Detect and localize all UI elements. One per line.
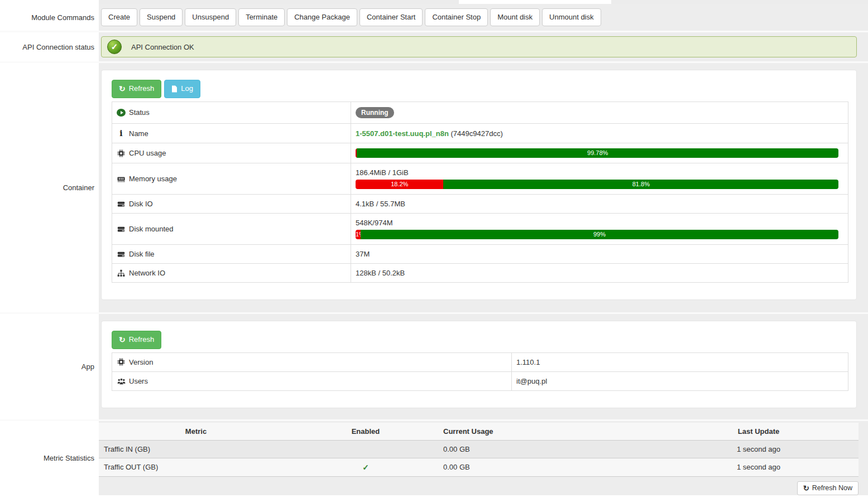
table-row: Disk file 37M xyxy=(112,245,848,264)
api-status-label: API Connection status xyxy=(0,32,99,61)
container-id: (7449c9427dcc) xyxy=(449,129,503,138)
container-name: 1-5507.d01-test.uuq.pl_n8n xyxy=(356,129,449,138)
cpu-usage-bar: 99.78% xyxy=(356,148,838,158)
disk-mounted-row-label: Disk mounted xyxy=(129,225,173,233)
table-header-row: Metric Enabled Current Usage Last Update xyxy=(99,423,859,441)
container-log-button[interactable]: Log xyxy=(164,80,200,98)
app-info-table: Version 1.110.1 Users it@puq.pl xyxy=(112,352,848,391)
unsuspend-button[interactable]: Unsuspend xyxy=(185,8,236,26)
status-row-label: Status xyxy=(129,108,150,117)
last-update-column-header: Last Update xyxy=(659,423,859,441)
disk-file-value: 37M xyxy=(356,250,370,258)
app-panel: ↻ Refresh Version 1.110.1 xyxy=(101,321,857,408)
users-row-label: Users xyxy=(129,377,148,385)
app-refresh-button[interactable]: ↻ Refresh xyxy=(112,331,161,349)
metric-name: Traffic IN (GB) xyxy=(99,440,292,458)
container-refresh-button[interactable]: ↻ Refresh xyxy=(112,80,161,98)
current-usage-value: 0.00 GB xyxy=(439,440,659,458)
container-start-button[interactable]: Container Start xyxy=(359,8,423,26)
current-usage-value: 0.00 GB xyxy=(439,458,659,476)
metric-statistics-table: Metric Enabled Current Usage Last Update… xyxy=(99,423,859,477)
tab-strip-segment xyxy=(99,0,459,4)
hdd-icon xyxy=(117,250,126,258)
tab-bar-bottom-edge xyxy=(0,0,868,4)
memory-icon xyxy=(117,175,126,183)
name-row-label: Name xyxy=(129,129,148,138)
users-icon xyxy=(117,378,126,385)
container-panel: ↻ Refresh Log xyxy=(101,70,857,300)
container-info-table: Status Running i Name 1-5507.d01-test.uu… xyxy=(112,101,848,283)
disk-io-row-label: Disk IO xyxy=(129,200,153,208)
enabled-cell: ✓ xyxy=(292,458,439,476)
tab-strip-segment xyxy=(611,0,868,4)
sitemap-icon xyxy=(117,269,126,277)
hdd-icon xyxy=(117,225,126,233)
api-status-message: API Connection OK xyxy=(131,43,194,51)
refresh-icon: ↻ xyxy=(119,85,126,93)
refresh-icon: ↻ xyxy=(803,484,809,492)
hdd-icon xyxy=(117,200,126,208)
table-row: Disk IO 4.1kB / 55.7MB xyxy=(112,195,848,214)
cpu-row-label: CPU usage xyxy=(129,149,166,157)
current-usage-column-header: Current Usage xyxy=(439,423,659,441)
last-update-value: 1 second ago xyxy=(659,440,859,458)
last-update-value: 1 second ago xyxy=(659,458,859,476)
table-row: i Name 1-5507.d01-test.uuq.pl_n8n (7449c… xyxy=(112,124,848,143)
module-commands-label: Module Commands xyxy=(0,4,99,31)
unmount-disk-button[interactable]: Unmount disk xyxy=(542,8,601,26)
container-label: Container xyxy=(0,63,99,312)
table-row: Traffic IN (GB) 0.00 GB 1 second ago xyxy=(99,440,859,458)
info-icon: i xyxy=(117,129,126,138)
table-row: Memory usage 186.4MiB / 1GiB 18.2% 81.8% xyxy=(112,163,848,195)
metric-statistics-row: Metric Statistics Metric Enabled Current… xyxy=(0,421,868,495)
memory-row-label: Memory usage xyxy=(129,175,177,183)
version-value: 1.110.1 xyxy=(516,358,540,366)
table-row: Disk mounted 548K/974M 1% 99% xyxy=(112,214,848,245)
module-admin-page: Module Commands Create Suspend Unsuspend… xyxy=(0,0,868,498)
container-row: Container ↻ Refresh Log xyxy=(0,63,868,314)
api-status-row: API Connection status ✓ API Connection O… xyxy=(0,32,868,63)
metric-statistics-label: Metric Statistics xyxy=(0,421,99,495)
mount-disk-button[interactable]: Mount disk xyxy=(490,8,540,26)
refresh-now-button[interactable]: ↻ Refresh Now xyxy=(797,481,859,495)
microchip-icon xyxy=(117,149,126,157)
enabled-cell xyxy=(292,440,439,458)
create-button[interactable]: Create xyxy=(101,8,137,26)
disk-mounted-bar: 1% 99% xyxy=(356,230,838,239)
users-value: it@puq.pl xyxy=(516,377,547,385)
table-row: CPU usage 99.78% xyxy=(112,143,848,163)
disk-file-row-label: Disk file xyxy=(129,250,155,258)
table-row: Network IO 128kB / 50.2kB xyxy=(112,264,848,283)
memory-usage-bar: 18.2% 81.8% xyxy=(356,180,838,189)
terminate-button[interactable]: Terminate xyxy=(238,8,285,26)
container-stop-button[interactable]: Container Stop xyxy=(425,8,488,26)
api-status-banner: ✓ API Connection OK xyxy=(101,36,857,57)
app-label: App xyxy=(0,314,99,419)
network-io-row-label: Network IO xyxy=(129,269,165,277)
version-row-label: Version xyxy=(129,358,153,366)
table-row: Status Running xyxy=(112,101,848,124)
table-row: Users it@puq.pl xyxy=(112,371,848,390)
module-commands-row: Module Commands Create Suspend Unsuspend… xyxy=(0,4,868,32)
network-io-value: 128kB / 50.2kB xyxy=(356,269,405,277)
check-icon: ✓ xyxy=(362,463,369,472)
play-circle-icon xyxy=(117,109,126,117)
table-row: Traffic OUT (GB) ✓ 0.00 GB 1 second ago xyxy=(99,458,859,476)
file-icon xyxy=(171,85,178,93)
status-badge: Running xyxy=(356,107,394,119)
disk-mounted-text: 548K/974M xyxy=(356,219,843,227)
memory-usage-text: 186.4MiB / 1GiB xyxy=(356,168,843,177)
metric-name: Traffic OUT (GB) xyxy=(99,458,292,476)
table-row: Version 1.110.1 xyxy=(112,352,848,371)
metric-column-header: Metric xyxy=(99,423,292,441)
disk-io-value: 4.1kB / 55.7MB xyxy=(356,200,405,208)
app-row: App ↻ Refresh xyxy=(0,314,868,420)
refresh-icon: ↻ xyxy=(119,336,126,344)
microchip-icon xyxy=(117,358,126,366)
change-package-button[interactable]: Change Package xyxy=(287,8,357,26)
suspend-button[interactable]: Suspend xyxy=(140,8,183,26)
check-circle-icon: ✓ xyxy=(107,40,122,54)
enabled-column-header: Enabled xyxy=(292,423,439,441)
